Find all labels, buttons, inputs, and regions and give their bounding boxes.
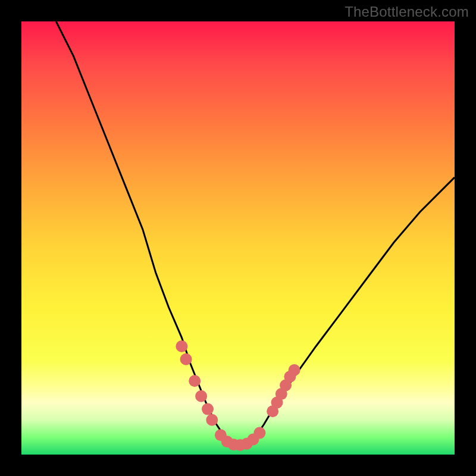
watermark-text: TheBottleneck.com xyxy=(345,4,469,20)
curve-marker xyxy=(289,364,300,376)
chart-svg xyxy=(21,21,455,455)
curve-marker xyxy=(180,353,192,365)
curve-marker xyxy=(189,375,201,387)
plot-area xyxy=(21,21,455,455)
curve-marker xyxy=(206,414,218,426)
curve-markers xyxy=(176,340,300,451)
curve-marker xyxy=(202,403,214,415)
bottleneck-curve xyxy=(56,21,455,446)
curve-marker xyxy=(176,340,187,352)
chart-frame: TheBottleneck.com xyxy=(0,0,476,476)
curve-marker xyxy=(253,427,265,439)
curve-marker xyxy=(195,390,207,402)
